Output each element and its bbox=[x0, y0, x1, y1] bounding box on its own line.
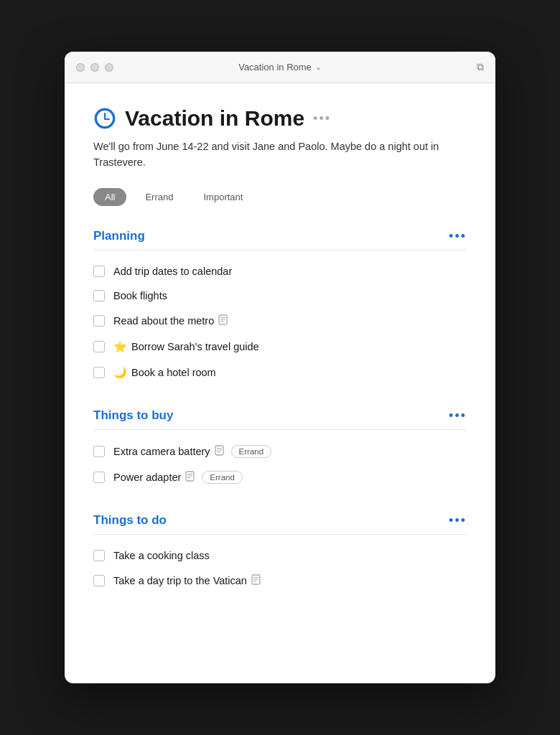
todo-task-list: Take a cooking class Take a day trip to … bbox=[93, 543, 467, 594]
list-item: Take a day trip to the Vatican bbox=[93, 568, 467, 594]
task-label: Take a cooking class bbox=[113, 550, 467, 561]
title-bar: Vacation in Rome ⌄ ⧉ bbox=[65, 52, 495, 83]
section-todo-header: Things to do ••• bbox=[93, 513, 467, 535]
list-item: Read about the metro bbox=[93, 308, 467, 334]
task-label: Read about the metro bbox=[113, 314, 467, 327]
filter-row: All Errand Important bbox=[93, 188, 467, 206]
note-icon bbox=[218, 314, 228, 327]
filter-errand[interactable]: Errand bbox=[134, 188, 185, 206]
list-item: 🌙 Book a hotel room bbox=[93, 360, 467, 385]
page-description: We'll go from June 14-22 and visit Jane … bbox=[93, 139, 467, 171]
chevron-down-icon: ⌄ bbox=[315, 62, 322, 72]
section-buy-header: Things to buy ••• bbox=[93, 408, 467, 430]
duplicate-icon[interactable]: ⧉ bbox=[477, 61, 484, 73]
note-icon bbox=[185, 471, 195, 484]
section-things-to-do: Things to do ••• Take a cooking class Ta… bbox=[93, 513, 467, 594]
moon-icon: 🌙 bbox=[113, 366, 127, 379]
task-checkbox[interactable] bbox=[93, 266, 105, 277]
task-checkbox[interactable] bbox=[93, 472, 105, 483]
maximize-button[interactable] bbox=[105, 63, 113, 72]
section-buy-more[interactable]: ••• bbox=[449, 408, 467, 423]
minimize-button[interactable] bbox=[90, 63, 99, 72]
page-header: Vacation in Rome ••• We'll go from June … bbox=[93, 106, 467, 171]
main-content: Vacation in Rome ••• We'll go from June … bbox=[65, 83, 495, 683]
list-item: Book flights bbox=[93, 284, 467, 308]
app-window: Vacation in Rome ⌄ ⧉ Vacation in Rome ••… bbox=[65, 52, 495, 683]
window-title: Vacation in Rome bbox=[238, 62, 312, 72]
task-checkbox[interactable] bbox=[93, 315, 105, 327]
section-planning-more[interactable]: ••• bbox=[449, 229, 467, 244]
task-label: Add trip dates to calendar bbox=[113, 266, 467, 277]
tag-errand: Errand bbox=[231, 445, 272, 458]
planning-task-list: Add trip dates to calendar Book flights … bbox=[93, 259, 467, 385]
list-item: Extra camera battery Errand bbox=[93, 439, 467, 464]
traffic-lights bbox=[76, 63, 113, 72]
task-checkbox[interactable] bbox=[93, 290, 105, 301]
task-label: ⭐ Borrow Sarah's travel guide bbox=[113, 340, 467, 353]
section-buy-title: Things to buy bbox=[93, 408, 173, 423]
task-label: Power adapter Errand bbox=[113, 471, 467, 484]
close-button[interactable] bbox=[76, 63, 85, 72]
page-more-button[interactable]: ••• bbox=[313, 111, 331, 126]
list-item: Power adapter Errand bbox=[93, 464, 467, 490]
section-planning: Planning ••• Add trip dates to calendar … bbox=[93, 229, 467, 385]
filter-all[interactable]: All bbox=[93, 188, 126, 206]
task-checkbox[interactable] bbox=[93, 446, 105, 457]
section-todo-title: Things to do bbox=[93, 513, 167, 528]
task-label: Extra camera battery Errand bbox=[113, 445, 467, 458]
section-planning-title: Planning bbox=[93, 229, 145, 243]
note-icon bbox=[251, 574, 261, 587]
task-checkbox[interactable] bbox=[93, 550, 105, 561]
task-checkbox[interactable] bbox=[93, 367, 105, 378]
list-item: ⭐ Borrow Sarah's travel guide bbox=[93, 334, 467, 360]
section-todo-more[interactable]: ••• bbox=[449, 513, 467, 528]
page-title: Vacation in Rome bbox=[125, 106, 304, 131]
buy-task-list: Extra camera battery Errand bbox=[93, 439, 467, 490]
star-icon: ⭐ bbox=[113, 340, 127, 353]
task-checkbox[interactable] bbox=[93, 341, 105, 352]
page-title-row: Vacation in Rome ••• bbox=[93, 106, 467, 131]
clock-icon bbox=[93, 107, 116, 130]
list-item: Add trip dates to calendar bbox=[93, 259, 467, 284]
note-icon bbox=[215, 445, 224, 458]
list-item: Take a cooking class bbox=[93, 543, 467, 568]
filter-important[interactable]: Important bbox=[192, 188, 254, 206]
section-things-to-buy: Things to buy ••• Extra camera battery bbox=[93, 408, 467, 490]
title-bar-center: Vacation in Rome ⌄ bbox=[238, 62, 322, 72]
section-planning-header: Planning ••• bbox=[93, 229, 467, 251]
task-label: 🌙 Book a hotel room bbox=[113, 366, 467, 379]
task-label: Book flights bbox=[113, 290, 467, 301]
task-checkbox[interactable] bbox=[93, 575, 105, 586]
task-label: Take a day trip to the Vatican bbox=[113, 574, 467, 587]
tag-errand: Errand bbox=[202, 471, 243, 484]
